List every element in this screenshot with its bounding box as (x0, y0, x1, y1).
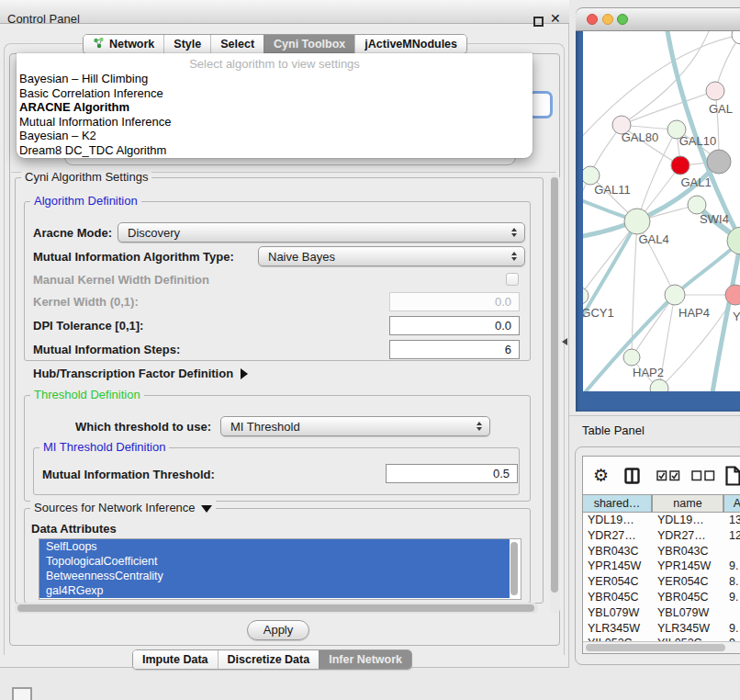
kernel-width-label: Kernel Width (0,1): (33, 295, 139, 309)
network-node-label: SWI4 (700, 212, 729, 226)
table-cell[interactable]: YBL079W (657, 605, 723, 621)
mac-zoom-button[interactable] (617, 14, 628, 25)
table-cell[interactable]: YBL079W (588, 605, 652, 621)
checked-columns-icon[interactable] (656, 464, 680, 488)
table-cell[interactable]: 9. (729, 559, 740, 574)
which-threshold-select[interactable]: MI Threshold (220, 416, 490, 436)
network-node[interactable] (650, 379, 668, 391)
kernel-width-field[interactable]: 0.0 (389, 292, 520, 311)
dpi-tolerance-field[interactable]: 0.0 (389, 316, 520, 335)
network-node[interactable] (732, 31, 740, 44)
table-header-cell[interactable]: name (652, 494, 723, 513)
apply-button[interactable]: Apply (247, 620, 309, 640)
bottom-tab-impute-data[interactable]: Impute Data (133, 650, 218, 669)
table-cell[interactable] (729, 605, 740, 621)
list-item[interactable]: gal4RGexp (39, 583, 510, 598)
file-icon[interactable] (725, 464, 740, 488)
table-cell[interactable]: YDL19… (657, 513, 723, 528)
collapse-triangle-icon[interactable] (201, 505, 212, 513)
table-cell[interactable]: YBR045C (657, 590, 723, 605)
table-cell[interactable]: 12 (729, 528, 740, 544)
table-cell[interactable]: YLR345W (657, 621, 723, 637)
algorithm-placeholder: Select algorithm to view settings (17, 53, 533, 72)
mac-close-button[interactable] (587, 14, 598, 25)
list-item[interactable]: BetweennessCentrality (39, 569, 510, 583)
algorithm-option[interactable]: Basic Correlation Inference (17, 86, 533, 101)
list-item[interactable]: SelfLoops (39, 539, 510, 554)
network-node[interactable] (688, 196, 706, 214)
table-cell[interactable]: YDR27… (657, 528, 723, 544)
network-node[interactable] (706, 82, 724, 100)
algorithm-option[interactable]: Mutual Information Inference (17, 115, 533, 130)
algorithm-option[interactable]: Bayesian – K2 (17, 129, 533, 143)
tab-label: Impute Data (142, 653, 208, 666)
table-cell[interactable] (729, 544, 740, 559)
unchecked-columns-icon[interactable] (691, 464, 715, 488)
network-edge[interactable] (622, 31, 712, 125)
network-node[interactable] (583, 288, 589, 304)
list-scrollbar-thumb[interactable] (510, 542, 518, 595)
manual-kernel-checkbox[interactable] (506, 273, 519, 286)
table-cell[interactable]: YLR345W (588, 621, 652, 637)
algorithm-option[interactable]: Dream8 DC_TDC Algorithm (17, 143, 533, 158)
algorithm-option[interactable]: ARACNE Algorithm (17, 100, 533, 115)
network-node[interactable] (665, 285, 685, 305)
table-cell[interactable]: YBR043C (588, 544, 652, 559)
mi-algorithm-type-select[interactable]: Naive Bayes (258, 246, 525, 266)
float-icon[interactable] (533, 17, 544, 27)
table-cell[interactable]: YDL19… (588, 513, 652, 528)
data-attributes-list[interactable]: SelfLoopsTopologicalCoefficientBetweenne… (39, 538, 521, 600)
mi-threshold-field[interactable]: 0.5 (386, 464, 518, 483)
table-header-cell[interactable]: A (723, 494, 740, 513)
network-icon (93, 37, 109, 51)
network-node[interactable] (623, 349, 640, 366)
close-icon[interactable]: ✕ (550, 11, 561, 26)
hub-section-toggle[interactable]: Hub/Transcription Factor Definition (33, 367, 248, 380)
control-panel-titlebar[interactable] (0, 0, 569, 24)
expand-triangle-icon[interactable] (241, 368, 248, 379)
network-node[interactable] (671, 156, 690, 175)
network-node[interactable] (707, 150, 731, 174)
tab-style[interactable]: Style (163, 35, 210, 53)
top-tab-bar: NetworkStyleSelectCyni ToolboxjActiveMNo… (83, 34, 467, 54)
table-cell[interactable]: YDR27… (588, 528, 652, 544)
network-window-titlebar[interactable] (576, 7, 740, 31)
network-node[interactable] (624, 209, 650, 234)
gear-icon[interactable]: ⚙ (593, 464, 609, 488)
tab-cyni-toolbox[interactable]: Cyni Toolbox (263, 35, 354, 53)
tab-network[interactable]: Network (84, 35, 163, 53)
network-canvas[interactable]: GALGAL80GAL10GAL1GAL11GAL4SWI4GCY1HAP4YH… (583, 31, 740, 391)
network-edge[interactable] (622, 91, 715, 125)
h-scrollbar-thumb[interactable] (17, 604, 534, 612)
table-cell[interactable]: 9. (729, 621, 740, 637)
table-cell[interactable]: YPR145W (588, 559, 652, 574)
network-edge[interactable] (632, 295, 675, 357)
v-scrollbar-thumb[interactable] (551, 177, 558, 593)
table-cell[interactable]: YER054C (657, 574, 723, 590)
table-cell[interactable]: YBR045C (588, 590, 652, 605)
table-cell[interactable]: 9. (729, 590, 740, 605)
table-cell[interactable]: YPR145W (657, 559, 723, 574)
bottom-tab-discretize-data[interactable]: Discretize Data (218, 650, 320, 669)
network-node[interactable] (583, 166, 600, 185)
tab-label: Discretize Data (228, 653, 310, 666)
mac-minimize-button[interactable] (602, 14, 613, 25)
table-cell[interactable]: YBR043C (657, 544, 723, 559)
aracne-mode-select[interactable]: Discovery (118, 222, 525, 243)
tab-jactivemnodules[interactable]: jActiveMNodules (354, 35, 466, 53)
table-h-scrollbar-thumb[interactable] (586, 644, 725, 651)
tab-select[interactable]: Select (210, 35, 263, 53)
table-cell[interactable]: 13 (729, 513, 740, 528)
divider-collapse-arrow-icon[interactable] (562, 338, 567, 345)
panel-title: Control Panel (7, 12, 80, 26)
minimized-panel-icon[interactable] (12, 687, 32, 700)
table-header-cell[interactable]: shared… (582, 494, 652, 513)
algorithm-option[interactable]: Bayesian – Hill Climbing (17, 72, 533, 86)
table-cell[interactable]: 8. (729, 574, 740, 590)
list-item[interactable]: TopologicalCoefficient (39, 554, 510, 569)
mi-steps-field[interactable]: 6 (389, 340, 520, 359)
bottom-tab-infer-network[interactable]: Infer Network (319, 650, 411, 669)
network-node-label: HAP2 (633, 366, 664, 379)
table-cell[interactable]: YER054C (588, 574, 652, 590)
split-columns-icon[interactable] (624, 464, 641, 488)
